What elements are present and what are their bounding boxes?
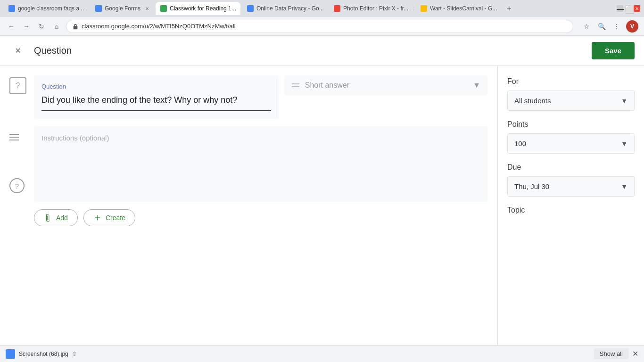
tab-1[interactable]: google classroom faqs a... ✕ <box>4 2 89 15</box>
user-avatar[interactable]: V <box>626 20 638 33</box>
address-bar-row: ← → ↻ ⌂ classroom.google.com/u/2/w/MTI5N… <box>0 17 644 36</box>
download-item: Screenshot (68).jpg ⇧ <box>6 349 77 359</box>
for-section: For All students ▼ <box>507 77 635 111</box>
points-dropdown[interactable]: 100 ▼ <box>507 133 635 154</box>
add-button[interactable]: Add <box>34 209 78 226</box>
right-panel: For All students ▼ Points 100 ▼ Due Thu,… <box>498 66 644 345</box>
question-block: Question Did you like the ending of the … <box>34 75 279 119</box>
tab-3-label: Classwork for Reading 1... <box>170 5 236 12</box>
tab-5-icon <box>334 5 340 12</box>
question-underline <box>41 110 271 111</box>
paperclip-icon <box>44 214 52 222</box>
close-download-button[interactable]: ✕ <box>632 349 638 358</box>
bottom-bar: Screenshot (68).jpg ⇧ Show all ✕ <box>0 345 644 362</box>
tab-1-icon <box>8 5 15 12</box>
instructions-block[interactable]: Instructions (optional) <box>34 126 488 202</box>
question-text[interactable]: Did you like the ending of the text? Why… <box>41 94 271 107</box>
question-area: Question Did you like the ending of the … <box>34 75 488 336</box>
drag-handle-icon <box>9 132 26 140</box>
topic-section: Topic <box>507 206 635 219</box>
address-bar[interactable]: classroom.google.com/u/2/w/MTI5NzQ0OTMzN… <box>66 20 573 33</box>
for-value: All students <box>514 97 551 105</box>
tab-2-label: Google Forms <box>105 5 140 12</box>
tab-3[interactable]: Classwork for Reading 1... ✕ <box>156 2 240 15</box>
refresh-button[interactable]: ↻ <box>36 21 47 32</box>
tab-5[interactable]: Photo Editor : Pixlr X - fr... ✕ <box>329 2 414 15</box>
tab-5-close[interactable]: ✕ <box>413 6 414 11</box>
forward-button[interactable]: → <box>21 21 32 32</box>
for-label: For <box>507 77 635 86</box>
tab-5-label: Photo Editor : Pixlr X - fr... <box>343 5 408 12</box>
tab-2-close[interactable]: ✕ <box>145 6 149 11</box>
points-chevron-down-icon: ▼ <box>621 140 627 148</box>
bottom-right: Show all ✕ <box>594 348 638 359</box>
app-header: × Question Save <box>0 36 644 66</box>
due-label: Due <box>507 163 635 172</box>
tab-4-icon <box>247 5 254 12</box>
minimize-button[interactable]: — <box>617 5 623 12</box>
browser-toolbar: ☆ 🔍 ⋮ V <box>581 20 638 33</box>
lock-icon <box>72 23 79 30</box>
tab-2[interactable]: Google Forms ✕ <box>91 2 154 15</box>
question-type-icon: ? <box>9 77 26 94</box>
bookmark-star-icon[interactable]: ☆ <box>581 21 592 32</box>
browser-tabs-bar: google classroom faqs a... ✕ Google Form… <box>0 0 644 17</box>
tab-6-icon <box>421 5 427 12</box>
question-label: Question <box>41 83 271 90</box>
answer-type-chevron-down-icon: ▼ <box>473 81 480 90</box>
help-icon[interactable]: ? <box>9 178 25 193</box>
instructions-placeholder: Instructions (optional) <box>41 134 109 142</box>
tab-1-label: google classroom faqs a... <box>18 5 84 12</box>
tab-4[interactable]: Online Data Privacy - Go... ✕ <box>242 2 327 15</box>
zoom-icon[interactable]: 🔍 <box>596 21 607 32</box>
answer-type-area: Short answer ▼ <box>284 75 488 126</box>
points-label: Points <box>507 120 635 129</box>
download-chevron-up-icon[interactable]: ⇧ <box>72 351 77 357</box>
question-input-area: Question Did you like the ending of the … <box>34 75 279 126</box>
new-tab-button[interactable]: + <box>503 2 516 15</box>
file-name: Screenshot (68).jpg <box>19 351 68 357</box>
tab-6[interactable]: Wart - SlidesCarnival - G... ✕ <box>416 2 501 15</box>
save-button[interactable]: Save <box>592 42 635 59</box>
left-panel: ? ? Question Did you like the ending of … <box>0 66 497 345</box>
answer-type-icon <box>292 83 299 87</box>
tab-2-icon <box>95 5 102 12</box>
tab-4-label: Online Data Privacy - Go... <box>256 5 324 12</box>
for-dropdown[interactable]: All students ▼ <box>507 90 635 111</box>
points-section: Points 100 ▼ <box>507 120 635 154</box>
main-content: ? ? Question Did you like the ending of … <box>0 66 644 345</box>
maximize-button[interactable]: ⬜ <box>625 5 632 12</box>
for-chevron-down-icon: ▼ <box>621 97 627 105</box>
due-chevron-down-icon: ▼ <box>621 183 627 190</box>
close-button[interactable]: × <box>9 42 26 59</box>
side-icons: ? ? <box>9 75 26 336</box>
question-answer-row: Question Did you like the ending of the … <box>34 75 488 126</box>
due-dropdown[interactable]: Thu, Jul 30 ▼ <box>507 176 635 197</box>
show-all-button[interactable]: Show all <box>594 348 628 359</box>
tab-3-icon <box>160 5 167 12</box>
page-title: Question <box>34 45 72 56</box>
menu-icon[interactable]: ⋮ <box>611 21 622 32</box>
create-button[interactable]: Create <box>83 209 135 226</box>
answer-type-label: Short answer <box>305 81 467 90</box>
home-button[interactable]: ⌂ <box>51 21 62 32</box>
answer-type-dropdown[interactable]: Short answer ▼ <box>284 75 488 95</box>
address-text: classroom.google.com/u/2/w/MTI5NzQ0OTMzN… <box>82 23 567 30</box>
due-value: Thu, Jul 30 <box>514 182 549 190</box>
window-close-button[interactable]: ✕ <box>634 5 640 12</box>
points-value: 100 <box>514 140 526 148</box>
due-section: Due Thu, Jul 30 ▼ <box>507 163 635 197</box>
plus-icon <box>93 214 102 222</box>
back-button[interactable]: ← <box>6 21 17 32</box>
file-icon <box>6 349 15 359</box>
tab-6-label: Wart - SlidesCarnival - G... <box>430 5 497 12</box>
header-left: × Question <box>9 42 72 59</box>
actions-row: Add Create <box>34 209 488 226</box>
topic-label: Topic <box>507 206 635 214</box>
